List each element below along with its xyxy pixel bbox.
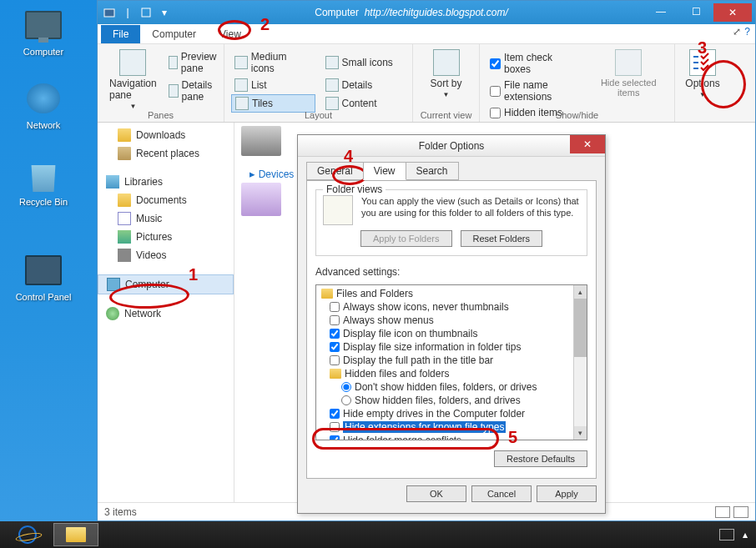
scroll-up-arrow[interactable]: ▴ xyxy=(574,285,587,299)
folder-icon xyxy=(321,289,333,299)
dialog-tab-general[interactable]: General xyxy=(306,162,364,180)
tree-videos[interactable]: Videos xyxy=(98,246,234,264)
desktop-recycle-bin-icon[interactable]: Recycle Bin xyxy=(12,155,75,207)
close-button[interactable]: ✕ xyxy=(713,3,752,22)
adv-hide-empty-drives[interactable]: Hide empty drives in the Computer folder xyxy=(320,407,570,420)
cancel-button[interactable]: Cancel xyxy=(471,485,532,502)
details-button[interactable]: Details xyxy=(322,77,406,93)
sort-by-button[interactable]: Sort by ▼ xyxy=(420,48,472,100)
qat-properties[interactable] xyxy=(138,4,154,21)
tree-network[interactable]: Network xyxy=(98,304,234,323)
desktop-recycle-bin-label: Recycle Bin xyxy=(12,197,75,207)
dialog-close-button[interactable]: ✕ xyxy=(570,135,605,153)
folder-icon xyxy=(330,369,341,379)
desktop-network-label: Network xyxy=(12,120,75,130)
ok-button[interactable]: OK xyxy=(406,485,466,502)
navigation-pane-icon xyxy=(119,49,146,76)
medium-icons-button[interactable]: Medium icons xyxy=(231,49,315,76)
hide-selected-button[interactable]: Hide selected items xyxy=(590,48,668,119)
reset-folders-button[interactable]: Reset Folders xyxy=(461,230,542,247)
documents-icon xyxy=(118,194,131,207)
small-icons-button[interactable]: Small icons xyxy=(322,49,406,76)
desktop-network-icon[interactable]: Network xyxy=(12,78,75,130)
adv-dont-show-hidden[interactable]: Don't show hidden files, folders, or dri… xyxy=(320,380,570,394)
url-watermark: http://techitguides.blogspot.com/ xyxy=(365,7,508,18)
taskbar-ie-button[interactable] xyxy=(5,523,50,546)
titlebar: | ▾ Computer http://techitguides.blogspo… xyxy=(98,1,755,24)
tree-music[interactable]: Music xyxy=(98,209,234,228)
collapse-ribbon-icon[interactable]: ⤢ xyxy=(733,26,741,38)
adv-file-size-tips[interactable]: Display file size information in folder … xyxy=(320,340,570,354)
dialog-tab-search[interactable]: Search xyxy=(406,162,459,180)
panes-group-label: Panes xyxy=(98,110,224,120)
minimize-button[interactable]: — xyxy=(643,3,678,20)
folder-views-group: Folder views You can apply the view (suc… xyxy=(315,189,587,256)
layout-group-label: Layout xyxy=(224,110,412,120)
keyboard-icon[interactable] xyxy=(719,529,734,540)
taskbar: ▴ xyxy=(0,521,756,548)
folder-views-desc: You can apply the view (such as Details … xyxy=(361,195,580,225)
options-button[interactable]: Options ▼ xyxy=(682,48,723,100)
svg-rect-1 xyxy=(142,8,150,17)
adv-files-folders: Files and Folders xyxy=(320,287,570,300)
dialog-title: Folder Options xyxy=(419,140,485,152)
advanced-settings-label: Advanced settings: xyxy=(315,266,587,278)
tree-documents[interactable]: Documents xyxy=(98,191,234,209)
adv-file-icon-thumb[interactable]: Display file icon on thumbnails xyxy=(320,327,570,340)
dialog-tabs: General View Search xyxy=(298,157,605,180)
dialog-tab-view[interactable]: View xyxy=(363,162,406,180)
navigation-pane-button[interactable]: Navigation pane ▼ xyxy=(104,48,162,112)
adv-scrollbar[interactable]: ▴ ▾ xyxy=(573,285,587,440)
list-icon xyxy=(234,78,248,92)
folder-options-dialog: Folder Options ✕ General View Search Fol… xyxy=(297,134,606,514)
sort-by-icon xyxy=(433,49,460,76)
adv-hide-merge[interactable]: Hide folder merge conflicts xyxy=(320,434,570,440)
tiles-icon xyxy=(235,97,249,110)
tree-libraries[interactable]: Libraries xyxy=(98,173,234,191)
tree-recent[interactable]: Recent places xyxy=(98,144,234,163)
preview-pane-button[interactable]: Preview pane xyxy=(165,49,224,76)
maximize-button[interactable]: ☐ xyxy=(678,3,713,20)
qat-dropdown[interactable]: ▾ xyxy=(156,4,173,21)
taskbar-explorer-button[interactable] xyxy=(53,523,98,546)
system-tray: ▴ xyxy=(719,529,751,540)
apply-button[interactable]: Apply xyxy=(537,485,597,502)
qat-icon[interactable] xyxy=(101,4,118,21)
tray-expand-icon[interactable]: ▴ xyxy=(743,529,748,540)
item-check-boxes-checkbox[interactable]: Item check boxes xyxy=(486,51,585,76)
file-name-extensions-checkbox[interactable]: File name extensions xyxy=(486,78,585,103)
adv-always-menus[interactable]: Always show menus xyxy=(320,314,570,327)
tab-view[interactable]: View xyxy=(208,25,253,43)
ribbon: Navigation pane ▼ Preview pane Details p… xyxy=(98,44,755,123)
restore-defaults-button[interactable]: Restore Defaults xyxy=(494,450,587,467)
tree-pictures[interactable]: Pictures xyxy=(98,228,234,246)
adv-full-path-title[interactable]: Display the full path in the title bar xyxy=(320,354,570,367)
tree-computer[interactable]: Computer xyxy=(98,274,234,294)
file-explorer-icon xyxy=(66,527,86,542)
drive-icon xyxy=(241,126,281,156)
options-icon xyxy=(689,49,716,76)
tab-file[interactable]: File xyxy=(101,25,140,43)
scroll-down-arrow[interactable]: ▾ xyxy=(574,426,587,440)
desktop-computer-label: Computer xyxy=(12,47,75,57)
view-details-button[interactable] xyxy=(715,506,730,518)
libraries-icon xyxy=(106,175,119,189)
device-icon xyxy=(241,183,281,216)
view-tiles-button[interactable] xyxy=(733,506,748,518)
apply-to-folders-button[interactable]: Apply to Folders xyxy=(360,230,451,247)
desktop-control-panel-icon[interactable]: Control Panel xyxy=(12,250,75,302)
help-icon[interactable]: ? xyxy=(744,26,750,38)
details-pane-button[interactable]: Details pane xyxy=(165,78,224,104)
dialog-titlebar: Folder Options ✕ xyxy=(298,135,605,157)
list-button[interactable]: List xyxy=(231,77,315,93)
adv-always-icons[interactable]: Always show icons, never thumbnails xyxy=(320,300,570,314)
tree-downloads[interactable]: Downloads xyxy=(98,126,234,144)
desktop-control-panel-label: Control Panel xyxy=(12,292,75,302)
tab-computer[interactable]: Computer xyxy=(140,25,208,43)
adv-hide-extensions[interactable]: Hide extensions for known file types xyxy=(320,420,570,434)
scroll-thumb[interactable] xyxy=(574,299,587,357)
desktop-computer-icon[interactable]: Computer xyxy=(12,5,75,57)
advanced-settings-list: Files and Folders Always show icons, nev… xyxy=(315,284,587,440)
adv-show-hidden[interactable]: Show hidden files, folders, and drives xyxy=(320,394,570,407)
qat-separator: | xyxy=(119,4,136,21)
